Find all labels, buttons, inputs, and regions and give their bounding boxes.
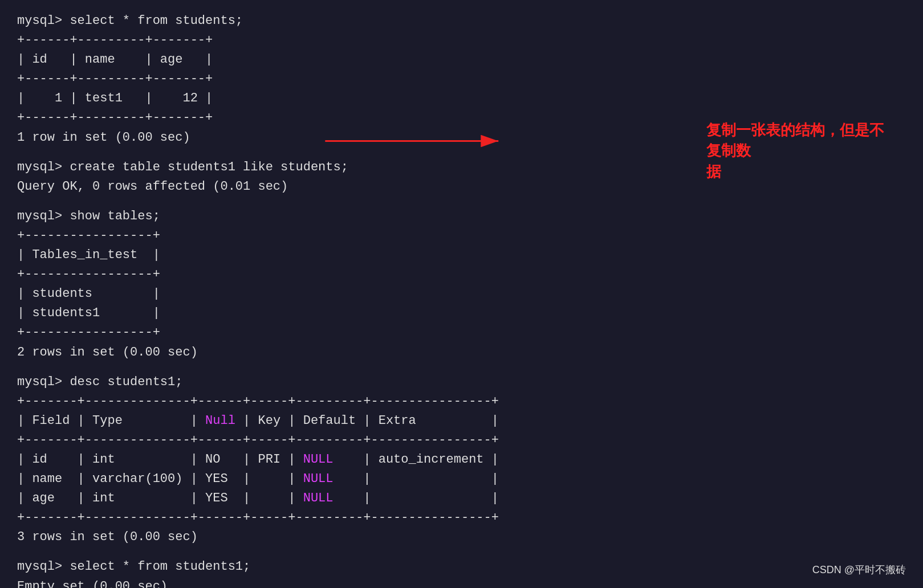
table-row-students1: | students1 |: [17, 304, 906, 323]
table-header-1: | id | name | age |: [17, 50, 906, 70]
watermark: CSDN @平时不搬砖: [812, 563, 906, 577]
table-border-5: +-----------------+: [17, 265, 906, 284]
sql-line-5: mysql> select * from students1;: [17, 557, 906, 577]
desc-row-id: | id | int | NO | PRI | NULL | auto_incr…: [17, 450, 906, 469]
sql-line-1: mysql> select * from students;: [17, 11, 906, 31]
table-border-1: +------+---------+-------+: [17, 31, 906, 50]
desc-header: | Field | Type | Null | Key | Default | …: [17, 411, 906, 431]
query-result-3: 2 rows in set (0.00 sec): [17, 343, 906, 362]
query-result-5: Empty set (0.00 sec): [17, 577, 906, 588]
desc-border-3: +-------+--------------+------+-----+---…: [17, 508, 906, 528]
table-border-6: +-----------------+: [17, 323, 906, 342]
desc-border-1: +-------+--------------+------+-----+---…: [17, 392, 906, 411]
sql-line-4: mysql> desc students1;: [17, 373, 906, 392]
desc-row-age: | age | int | YES | | NULL | |: [17, 489, 906, 508]
table-border-4: +-----------------+: [17, 226, 906, 246]
table-border-2: +------+---------+-------+: [17, 70, 906, 89]
sql-line-3: mysql> show tables;: [17, 207, 906, 226]
tables-header: | Tables_in_test |: [17, 246, 906, 265]
desc-row-name: | name | varchar(100) | YES | | NULL | |: [17, 469, 906, 489]
table-row-1: | 1 | test1 | 12 |: [17, 89, 906, 108]
annotation-text: 复制一张表的结构，但是不复制数 据: [706, 120, 889, 182]
terminal-window: mysql> select * from students; +------+-…: [0, 0, 923, 588]
annotation-arrow: [319, 122, 513, 160]
table-row-students: | students |: [17, 284, 906, 304]
desc-border-2: +-------+--------------+------+-----+---…: [17, 431, 906, 450]
query-result-4: 3 rows in set (0.00 sec): [17, 528, 906, 547]
